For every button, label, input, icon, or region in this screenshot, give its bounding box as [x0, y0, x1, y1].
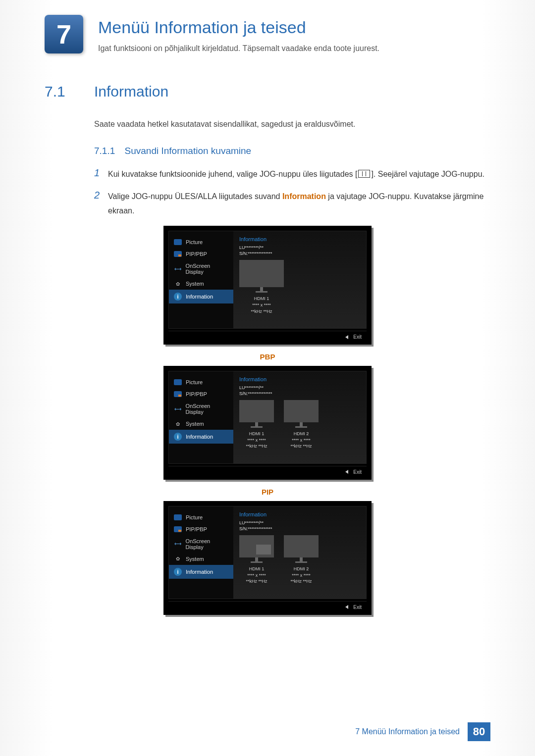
monitor-graphic-pip [239, 535, 274, 557]
monitor-1: HDMI 1 **** x **** **kHz **Hz [239, 400, 274, 450]
step-1-number: 1 [94, 167, 108, 182]
monitor-1-source: HDMI 1 [251, 296, 272, 302]
osd-model: LU********/** [239, 520, 360, 525]
monitor-1-freq: **kHz **Hz [246, 578, 267, 585]
monitor-1-source: HDMI 1 [246, 566, 267, 572]
step-2: 2 Valige JOG-nuppu ÜLES/ALLA liigutades … [94, 190, 490, 218]
exit-label: Exit [353, 605, 362, 610]
monitor-1: HDMI 1 **** x **** **kHz **Hz [239, 535, 274, 585]
monitor-graphic [284, 535, 319, 557]
osd-body: Picture PIP/PBP ⟷OnScreen Display ✿Syste… [168, 371, 367, 464]
monitor-2-res: **** x **** [290, 572, 312, 579]
footer-chapter-label: 7 Menüü Information ja teised [347, 722, 468, 741]
sidebar-item-picture: Picture [169, 376, 233, 388]
monitor-base [256, 291, 268, 293]
monitor-2-info: HDMI 2 **** x **** **kHz **Hz [290, 566, 312, 585]
osd-footer: Exit [168, 466, 367, 475]
exit-label: Exit [353, 334, 362, 340]
pbp-label: PBP [45, 353, 490, 361]
monitor-stand [255, 422, 258, 426]
monitor-1-info: HDMI 1 **** x **** **kHz **Hz [251, 296, 272, 314]
chapter-title-group: Menüü Information ja teised Igat funktsi… [98, 15, 379, 53]
step-1-text-b: ]. Seejärel vajutage JOG-nuppu. [371, 170, 484, 178]
section-number: 7.1 [45, 83, 94, 100]
sidebar-item-onscreen: ⟷OnScreen Display [169, 400, 233, 418]
sidebar-label-information: Information [186, 434, 213, 440]
osd-icon: ⟷ [174, 406, 182, 412]
monitor-row: HDMI 1 **** x **** **kHz **Hz [239, 260, 360, 314]
osd-panel-title: Information [239, 511, 360, 517]
sidebar-label-onscreen: OnScreen Display [186, 403, 228, 415]
osd-screenshot-single: Picture PIP/PBP ⟷OnScreen Display ✿Syste… [163, 226, 372, 345]
back-arrow-icon [345, 470, 348, 474]
monitor-stand [260, 287, 263, 291]
osd-body: Picture PIP/PBP ⟷OnScreen Display ✿Syste… [168, 231, 367, 329]
monitor-base [251, 561, 263, 563]
step-1: 1 Kui kuvatakse funktsioonide juhend, va… [94, 167, 490, 182]
monitor-1: HDMI 1 **** x **** **kHz **Hz [239, 260, 284, 314]
monitor-graphic [284, 400, 319, 422]
monitor-base [295, 561, 307, 563]
sidebar-item-information: iInformation [169, 565, 233, 579]
monitor-2-freq: **kHz **Hz [290, 578, 312, 585]
monitor-graphic [239, 260, 284, 287]
monitor-stand [300, 557, 303, 561]
monitor-1-res: **** x **** [246, 572, 267, 579]
sidebar-label-information: Information [186, 569, 213, 575]
sidebar-item-system: ✿System [169, 278, 233, 290]
osd-serial: S/N:************** [239, 526, 360, 531]
sidebar-label-pip: PIP/PBP [186, 251, 207, 257]
monitor-1-res: **** x **** [246, 437, 267, 444]
monitor-stand [255, 557, 258, 561]
monitor-row: HDMI 1 **** x **** **kHz **Hz HDMI 2 ***… [239, 535, 360, 585]
menu-icon [358, 170, 370, 178]
sidebar-item-system: ✿System [169, 418, 233, 430]
picture-icon [174, 239, 182, 245]
steps-list: 1 Kui kuvatakse funktsioonide juhend, va… [94, 167, 490, 218]
monitor-2-res: **** x **** [290, 437, 312, 444]
page: 7 Menüü Information ja teised Igat funkt… [0, 0, 535, 756]
monitor-2-source: HDMI 2 [290, 566, 312, 572]
section-description: Saate vaadata hetkel kasutatavat sisenda… [94, 120, 490, 129]
footer-page-number: 80 [468, 722, 490, 741]
sidebar-label-picture: Picture [186, 239, 203, 245]
monitor-2-info: HDMI 2 **** x **** **kHz **Hz [290, 431, 312, 450]
osd-sidebar: Picture PIP/PBP ⟷OnScreen Display ✿Syste… [169, 506, 233, 599]
osd-model: LU********/** [239, 385, 360, 390]
sidebar-item-information: iInformation [169, 430, 233, 444]
osd-panel-title: Information [239, 376, 360, 382]
monitor-2-freq: **kHz **Hz [290, 443, 312, 450]
back-arrow-icon [345, 605, 348, 609]
sidebar-label-system: System [186, 556, 204, 562]
monitor-1-source: HDMI 1 [246, 431, 267, 437]
osd-main-panel: Information LU********/** S/N:**********… [233, 231, 366, 328]
subsection-number: 7.1.1 [94, 146, 115, 156]
step-2-text-a: Valige JOG-nuppu ÜLES/ALLA liigutades su… [108, 192, 282, 201]
pip-icon [174, 391, 182, 397]
section-title: Information [94, 83, 168, 100]
sidebar-label-onscreen: OnScreen Display [186, 263, 228, 275]
subsection-title: Suvandi Information kuvamine [125, 146, 252, 156]
sidebar-item-onscreen: ⟷OnScreen Display [169, 260, 233, 278]
monitor-1-freq: **kHz **Hz [246, 443, 267, 450]
sidebar-label-system: System [186, 281, 204, 287]
sidebar-item-pip: PIP/PBP [169, 523, 233, 535]
exit-label: Exit [353, 469, 362, 475]
monitor-2: HDMI 2 **** x **** **kHz **Hz [284, 400, 319, 450]
osd-sidebar: Picture PIP/PBP ⟷OnScreen Display ✿Syste… [169, 231, 233, 328]
sidebar-item-onscreen: ⟷OnScreen Display [169, 535, 233, 553]
back-arrow-icon [345, 335, 348, 339]
picture-icon [174, 379, 182, 385]
pip-label: PIP [45, 488, 490, 496]
sidebar-label-pip: PIP/PBP [186, 391, 207, 397]
osd-footer: Exit [168, 601, 367, 610]
pip-icon [174, 251, 182, 257]
sidebar-item-system: ✿System [169, 553, 233, 565]
step-2-number: 2 [94, 190, 108, 218]
monitor-base [295, 426, 307, 428]
osd-icon: ⟷ [174, 541, 182, 547]
section-heading: 7.1 Information [45, 83, 490, 100]
step-1-body: Kui kuvatakse funktsioonide juhend, vali… [108, 167, 490, 182]
monitor-2: HDMI 2 **** x **** **kHz **Hz [284, 535, 319, 585]
step-2-body: Valige JOG-nuppu ÜLES/ALLA liigutades su… [108, 190, 490, 218]
